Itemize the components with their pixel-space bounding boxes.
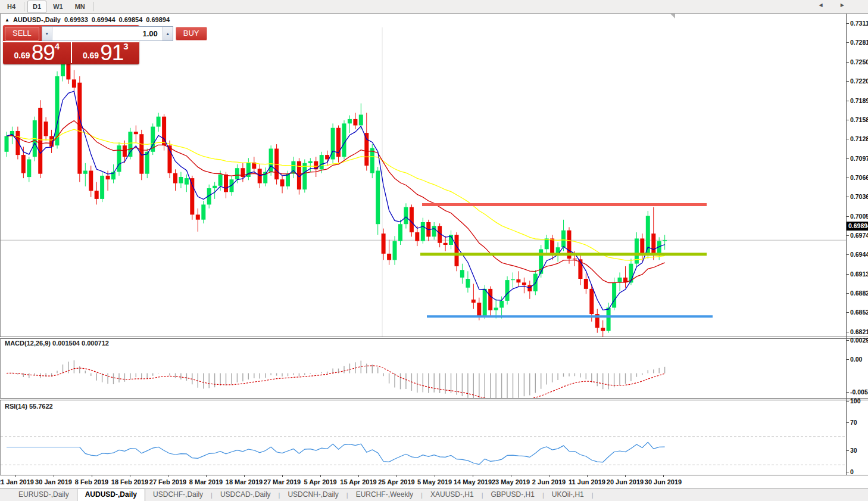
volume-decrease-button[interactable]: ▼ [42,27,52,41]
candle-body [123,145,127,157]
candle-body [612,282,616,307]
candle-body [314,161,318,170]
date-label: 23 May 2019 [492,478,530,486]
candle-body [573,259,577,259]
candle-body [235,168,239,179]
candle-body [589,289,594,314]
candle-body [348,119,352,123]
chart-tab-audusd[interactable]: AUDUSD-,Daily [77,488,145,501]
slow-ma-line [7,129,665,260]
candle-body [190,178,194,214]
ohlc-high: 0.69944 [92,16,115,23]
sell-price-prefix: 0.69 [14,49,30,62]
date-tick [625,475,626,477]
rsi-pane[interactable] [1,400,847,474]
price-tick-0.68825: 0.68825 [847,290,868,297]
fast-ma-line [7,91,665,310]
candle-body [325,155,329,159]
date-tick [511,475,511,477]
price-pane[interactable] [1,27,847,351]
candle-body [128,132,132,157]
volume-increase-button[interactable]: ▲ [163,27,173,41]
price-tick-0.70970: 0.70970 [847,155,868,162]
volume-input[interactable] [52,27,163,41]
macd-tick-0.002984: 0.002984 [847,337,868,344]
date-tick [473,475,473,477]
chart-tab-eurchf[interactable]: EURCHF-,Weekly [348,489,421,501]
sell-price-pip: 4 [55,43,60,50]
chart-tab-ukoil[interactable]: UKOil-,H1 [544,489,592,501]
candle-body [444,243,448,245]
date-tick [244,475,245,477]
date-label: 18 Feb 2019 [111,478,148,486]
buy-price-big: 91 [100,44,123,62]
price-tick-0.70050: 0.70050 [847,213,868,220]
timeframe-button-mn[interactable]: MN [70,1,90,13]
candle-body [432,226,436,237]
toolbar-separator [93,2,94,11]
pane-separator[interactable] [0,337,868,339]
date-label: 25 Apr 2019 [378,478,414,486]
sell-price-display[interactable]: 0.69 89 4 [3,41,71,63]
candle-body [646,216,650,254]
date-label: 18 Mar 2019 [226,478,263,486]
price-tick-0.69745: 0.69745 [847,232,868,239]
candle-body [584,279,588,289]
candle-body [387,254,391,260]
pane-separator[interactable] [0,398,868,400]
timeframe-button-w1[interactable]: W1 [48,1,68,13]
candle-body [179,177,183,183]
date-tick [206,475,207,477]
candle-body [398,224,402,241]
chart-tab-eurusd[interactable]: EURUSD-,Daily [11,489,77,501]
rsi-label: RSI(14) 55.7622 [5,403,53,410]
candle-body [44,122,48,136]
candle-body [483,289,487,316]
sell-button[interactable]: SELL [5,27,39,41]
candle-body [421,222,425,241]
candle-body [308,161,313,163]
price-tick-0.71890: 0.71890 [847,97,868,104]
date-label: 30 Jun 2019 [645,478,682,486]
candle-body [302,163,307,189]
symbol-name: AUDUSD-,Daily [13,16,61,23]
macd-tick-0.00: 0.00 [847,356,868,363]
candle-body [561,231,566,248]
macd-pane[interactable] [1,338,847,398]
chart-tab-usdchf[interactable]: USDCHF-,Daily [145,489,211,501]
candle-body [89,171,93,191]
chart-tab-usdcnh[interactable]: USDCNH-,Daily [280,489,346,501]
volume-stepper: ▼ ▲ [42,26,173,41]
buy-price-display[interactable]: 0.69 91 3 [71,41,140,63]
chart-tab-xauusd[interactable]: XAUUSD-,H1 [423,489,482,501]
buy-button[interactable]: BUY [176,27,207,41]
candle-body [353,119,357,126]
rsi-tick-100: 100 [847,397,868,404]
candle-body [499,301,504,308]
candle-body [550,238,554,253]
candle-body [117,145,121,172]
price-tick-0.71585: 0.71585 [847,116,868,123]
date-tick [54,475,54,477]
collapse-triangle-icon[interactable]: ▲ [5,17,10,23]
date-axis[interactable]: 21 Jan 201930 Jan 20198 Feb 201918 Feb 2… [0,475,868,488]
timeframe-button-h4[interactable]: H4 [2,1,21,13]
date-label: 14 May 2019 [454,478,492,486]
chart-tab-usdcad[interactable]: USDCAD-,Daily [213,489,279,501]
price-tick-0.72810: 0.72810 [847,39,868,46]
buy-price-pip: 3 [123,43,128,50]
candle-body [364,133,369,166]
current-price-badge: 0.69894 [847,222,868,231]
candle-body [415,232,419,241]
candle-body [640,238,644,254]
candle-body [157,117,161,127]
chart-shift-icon[interactable] [670,14,675,18]
candle-body [320,155,324,169]
timeframe-button-d1[interactable]: D1 [27,1,46,13]
candle-body [466,279,470,288]
candle-body [27,160,31,178]
chart-tab-gbpusd[interactable]: GBPUSD-,H1 [483,489,542,501]
tab-scroll-arrows[interactable]: ◀ ▶ [819,2,853,8]
candle-body [95,191,99,199]
candle-body [472,300,476,303]
